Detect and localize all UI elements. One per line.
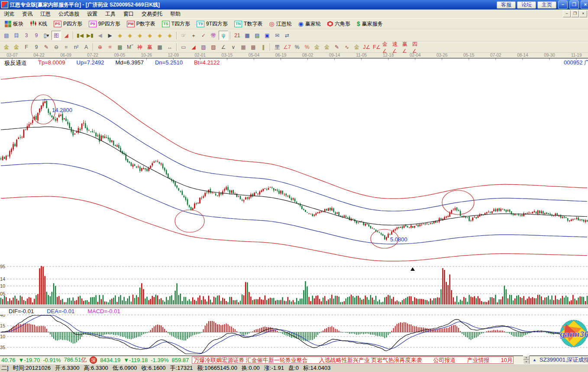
- toolbar-button-T数字表[interactable]: TNT数字表: [231, 19, 265, 29]
- angle-line-icon[interactable]: ∠: [219, 42, 228, 52]
- next-bar-icon[interactable]: ▶: [105, 31, 115, 40]
- draw-pen-icon[interactable]: ✎: [42, 42, 51, 52]
- toolbar-button-六角形[interactable]: 六角形: [324, 19, 353, 29]
- v-line-icon[interactable]: ∨: [229, 42, 238, 52]
- gold-grid-2-icon[interactable]: 金: [12, 42, 21, 52]
- web-grid-icon[interactable]: ▩: [115, 42, 125, 52]
- gold-grid-1-icon[interactable]: 金: [2, 42, 11, 52]
- zoom-h-icon[interactable]: ◈: [135, 31, 145, 40]
- cycle-9-icon[interactable]: 9: [32, 42, 41, 52]
- zoom-v-icon[interactable]: ◈: [145, 31, 155, 40]
- remote-link-icon[interactable]: ⇄: [282, 31, 292, 40]
- forum-button[interactable]: 论坛: [517, 1, 536, 9]
- toolbar-button-K线[interactable]: K线: [27, 19, 50, 29]
- gold-circle-icon[interactable]: 金: [312, 42, 322, 52]
- pane-separator[interactable]: [0, 305, 588, 308]
- report-doc-icon[interactable]: ▤: [2, 31, 11, 40]
- menu-item-0[interactable]: 浏览: [0, 10, 18, 19]
- slash-lines-icon[interactable]: ∥: [258, 42, 268, 52]
- kline-chart-canvas[interactable]: 14.28005.0800: [0, 58, 588, 265]
- toolbar-button-9T四方形[interactable]: T99T四方形: [194, 19, 231, 29]
- measure-icon[interactable]: ✓: [199, 31, 208, 40]
- menu-item-6[interactable]: 窗口: [120, 10, 138, 19]
- circle-cycle-icon[interactable]: ⊖: [52, 42, 61, 52]
- hand-icon[interactable]: ☞: [179, 31, 188, 40]
- gold-angle-icon[interactable]: 金: [352, 42, 362, 52]
- spinner-up-button[interactable]: ▲: [523, 356, 530, 360]
- minimize-button[interactable]: –: [558, 0, 568, 9]
- zoom-all-icon[interactable]: ◈: [165, 31, 174, 40]
- macd-pane[interactable]: 40151035: [0, 314, 588, 356]
- notes-icon[interactable]: ▤: [252, 31, 262, 40]
- color-chart-icon[interactable]: ◢: [61, 31, 71, 40]
- toolbar-button-赢家轮[interactable]: ◉赢家轮: [295, 19, 324, 29]
- star-grid-icon[interactable]: ✳: [105, 42, 115, 52]
- gold-angle-2-icon[interactable]: 金∠: [382, 42, 391, 52]
- mail-globe-icon[interactable]: ✉: [272, 31, 282, 40]
- grid-lines-icon[interactable]: ⌗: [61, 42, 71, 52]
- m-wave-icon[interactable]: M˝: [125, 42, 135, 52]
- calculator-icon[interactable]: ▦: [242, 31, 252, 40]
- menu-item-8[interactable]: 帮助: [166, 10, 184, 19]
- pen-2-icon[interactable]: ✎: [332, 42, 342, 52]
- first-bar-icon[interactable]: ▮◀: [75, 31, 85, 40]
- crosshair-icon[interactable]: ＋: [189, 31, 198, 40]
- toolbar-button-9P四方形[interactable]: P99P四方形: [86, 19, 123, 29]
- customer-service-button[interactable]: 客服: [497, 1, 516, 9]
- index-shortcut[interactable]: SZ399001,深证成指: [540, 356, 588, 364]
- zoom-left-icon[interactable]: ◈: [115, 31, 125, 40]
- zoom-out-icon[interactable]: ◈: [155, 31, 165, 40]
- menu-item-1[interactable]: 资讯: [18, 10, 36, 19]
- percent-angle-icon[interactable]: ∠7: [282, 42, 292, 52]
- fib-f-icon[interactable]: F: [22, 42, 31, 52]
- toolbar-button-P数字表[interactable]: PMP数字表: [124, 19, 158, 29]
- kline-mode-icon[interactable]: 图: [52, 31, 61, 40]
- save-icon[interactable]: ▣: [262, 31, 272, 40]
- toolbar-button-T四方形[interactable]: TST四方形: [159, 19, 193, 29]
- shen-tool-icon[interactable]: 神: [135, 42, 145, 52]
- ying-angle-icon[interactable]: 赢∠: [402, 42, 411, 52]
- n2-icon[interactable]: n²: [71, 42, 81, 52]
- mdi-close-button[interactable]: ×: [579, 10, 587, 17]
- j-angle-icon[interactable]: J∠: [362, 42, 372, 52]
- si-angle-icon[interactable]: 四∠: [412, 42, 421, 52]
- box-fan-icon[interactable]: ▨: [199, 42, 208, 52]
- restore-button[interactable]: ❐: [569, 0, 579, 9]
- f-angle-icon[interactable]: F∠: [372, 42, 381, 52]
- zoom-right-icon[interactable]: ◈: [125, 31, 135, 40]
- su-angle-icon[interactable]: 速∠: [392, 42, 401, 52]
- box-tool-icon[interactable]: ▭: [179, 42, 188, 52]
- toolbar-button-板块[interactable]: 板块: [2, 19, 26, 29]
- menu-item-4[interactable]: 设置: [83, 10, 101, 19]
- box-grid-icon[interactable]: ▧: [209, 42, 218, 52]
- homepage-button[interactable]: 主页: [537, 1, 556, 9]
- menu-item-7[interactable]: 交易委托: [138, 10, 166, 19]
- percent-line-icon[interactable]: %: [302, 42, 312, 52]
- gold-line-icon[interactable]: 金: [322, 42, 332, 52]
- last-bar-icon[interactable]: ▶▮: [85, 31, 95, 40]
- width-span-icon[interactable]: ↔: [165, 42, 174, 52]
- fan-lines-icon[interactable]: ◢: [189, 42, 198, 52]
- toolbar-button-P四方形[interactable]: PSP四方形: [51, 19, 85, 29]
- candle-style-icon[interactable]: ▯▾: [42, 31, 51, 40]
- toolbar-button-赢家服务[interactable]: $赢家服务: [354, 19, 386, 29]
- angle-a-icon[interactable]: A: [81, 42, 91, 52]
- menu-item-3[interactable]: 公式选股: [55, 10, 83, 19]
- wave-a-icon[interactable]: ∿: [342, 42, 352, 52]
- calendar-icon[interactable]: 21: [233, 31, 242, 40]
- chart-9-icon[interactable]: 9: [32, 31, 41, 40]
- menu-item-2[interactable]: 江恩: [36, 10, 55, 19]
- stat-table-icon[interactable]: 里: [272, 42, 282, 52]
- close-button[interactable]: ×: [581, 0, 588, 9]
- mdi-restore-button[interactable]: ❐: [571, 10, 579, 17]
- grid-123-icon[interactable]: ▦: [155, 42, 165, 52]
- menu-item-5[interactable]: 工具: [101, 10, 120, 19]
- smart-brain-icon[interactable]: ψ: [219, 31, 228, 40]
- chart-3-icon[interactable]: 3: [22, 31, 31, 40]
- volume-pane[interactable]: 95141005: [0, 265, 588, 305]
- prev-bar-icon[interactable]: ◀: [95, 31, 105, 40]
- percent-icon[interactable]: %: [292, 42, 302, 52]
- gann-band-icon[interactable]: 带: [209, 31, 218, 40]
- grid-dark-icon[interactable]: ▩: [249, 42, 258, 52]
- toolbar-button-江恩轮[interactable]: ◎江恩轮: [266, 19, 294, 29]
